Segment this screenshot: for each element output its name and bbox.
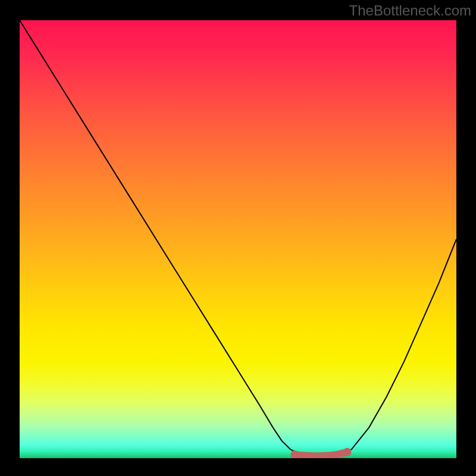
plot-area	[20, 20, 456, 458]
svg-point-1	[343, 448, 352, 456]
watermark-text: TheBottleneck.com	[349, 2, 471, 19]
chart-container: TheBottleneck.com	[0, 0, 476, 476]
optimal-zone-markers	[20, 20, 456, 458]
